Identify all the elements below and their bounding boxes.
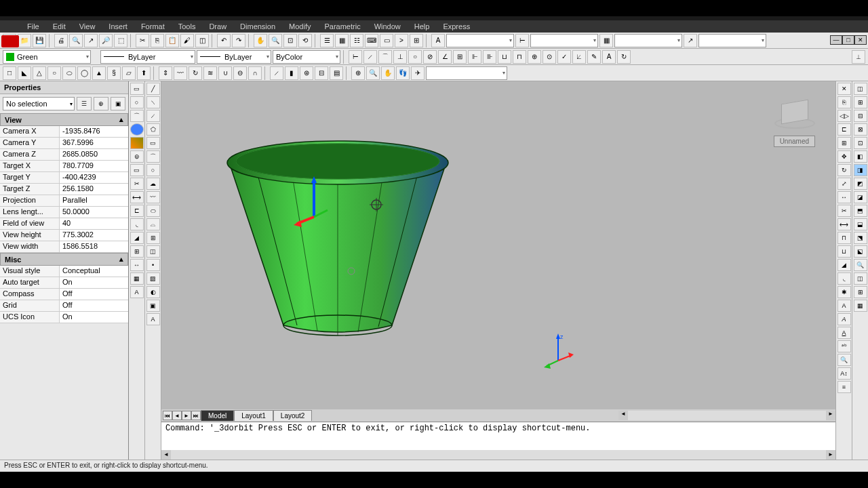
block-button[interactable]: ◫	[195, 34, 209, 47]
solid-edit12[interactable]: ⬔	[854, 232, 867, 244]
prop-row[interactable]: GridOff	[0, 300, 128, 312]
print-button[interactable]: 🖨	[54, 34, 68, 47]
slice-button[interactable]: ⟋	[270, 66, 283, 80]
misc-section-header[interactable]: Misc▴	[0, 253, 128, 266]
dim-space-button[interactable]: ⊔	[498, 50, 511, 64]
menu-tools[interactable]: Tools	[172, 21, 203, 32]
text-tool[interactable]: A	[130, 286, 144, 298]
walk-button[interactable]: 👣	[396, 66, 410, 80]
minimize-button[interactable]: —	[830, 35, 842, 45]
menu-view[interactable]: View	[73, 21, 102, 32]
menu-express[interactable]: Express	[436, 21, 477, 32]
mtext-a-tool[interactable]: A	[837, 300, 851, 312]
prop-row[interactable]: ProjectionParallel	[0, 195, 128, 207]
ellipse-arc-tool[interactable]: ⌓	[146, 218, 160, 230]
join-tool[interactable]: ⊔	[837, 245, 851, 258]
stretch2-tool[interactable]: ↔	[837, 191, 851, 203]
menu-edit[interactable]: Edit	[46, 21, 73, 32]
dim-baseline-button[interactable]: ⊩	[468, 50, 481, 64]
prop-row[interactable]: Lens lengt...50.0000	[0, 207, 128, 218]
tab-last-button[interactable]: ⏭	[191, 411, 201, 420]
ellipse-tool[interactable]: ⬭	[146, 205, 160, 217]
dim-aligned-button[interactable]: ⟋	[363, 50, 377, 64]
wedge-button[interactable]: ◣	[18, 66, 31, 80]
dim-break-button[interactable]: ⊓	[513, 50, 526, 64]
dim-style-button[interactable]: ⊢	[515, 34, 529, 47]
tab-layout1[interactable]: Layout1	[234, 410, 273, 421]
rect-tool[interactable]: ▭	[146, 137, 160, 149]
undo-button[interactable]: ↶	[217, 34, 231, 47]
solid-edit6[interactable]: ◧	[854, 150, 867, 163]
gradient-tool[interactable]: ◐	[146, 286, 160, 298]
cylinder-button[interactable]: ⬭	[62, 66, 76, 80]
orbit-button[interactable]: ⊕	[351, 66, 365, 80]
save-button[interactable]: 💾	[33, 34, 46, 47]
solid-edit13[interactable]: ⬕	[854, 245, 867, 258]
prop-row[interactable]: Camera Z2685.0850	[0, 149, 128, 161]
clean-button[interactable]: ⊞	[410, 34, 423, 47]
array2-tool[interactable]: ⊞	[837, 137, 851, 149]
subtract-button[interactable]: ⊖	[233, 66, 247, 80]
solid-edit11[interactable]: ⬓	[854, 218, 867, 230]
dim-radius-button[interactable]: ○	[408, 50, 422, 64]
dim-diameter-button[interactable]: ⊘	[423, 50, 437, 64]
fillet-tool[interactable]: ◟	[130, 218, 144, 230]
prop-value[interactable]: Conceptual	[60, 266, 128, 277]
prop-row[interactable]: Auto targetOn	[0, 277, 128, 289]
prop-row[interactable]: Target Z256.1580	[0, 184, 128, 195]
menu-file[interactable]: File	[20, 21, 46, 32]
menu-format[interactable]: Format	[134, 21, 172, 32]
zoom-button[interactable]: 🔍	[269, 34, 282, 47]
line-tool[interactable]: ╱	[146, 83, 160, 95]
match-button[interactable]: 🖌	[180, 34, 194, 47]
close-button[interactable]: ✕	[854, 35, 867, 45]
layer-combo[interactable]: Green	[3, 50, 91, 64]
sphere3d-tool[interactable]	[130, 123, 144, 136]
prop-row[interactable]: Target Y-400.4239	[0, 172, 128, 184]
select-button[interactable]: ⬚	[114, 34, 127, 47]
chamfer-tool[interactable]: ◢	[130, 232, 144, 244]
menu-insert[interactable]: Insert	[102, 21, 134, 32]
scale-tool[interactable]: ⤢	[837, 178, 851, 190]
prop-row[interactable]: Camera Y367.5996	[0, 138, 128, 149]
cut-button[interactable]: ✂	[136, 34, 149, 47]
prop-value[interactable]: -400.4239	[60, 172, 128, 183]
material-tool[interactable]	[130, 137, 144, 149]
rotate-tool[interactable]: ↻	[837, 164, 851, 176]
tab-nav[interactable]: ⏮ ◄ ► ⏭	[163, 411, 201, 420]
prop-value[interactable]: On	[60, 312, 128, 323]
helix-button[interactable]: §	[107, 66, 121, 80]
prop-value[interactable]: 2685.0850	[60, 149, 128, 160]
mtext-ai-tool[interactable]: A	[837, 313, 851, 325]
prop-value[interactable]: Off	[60, 300, 128, 311]
table-tool[interactable]: ▦	[130, 272, 144, 285]
menu-parametric[interactable]: Parametric	[317, 21, 367, 32]
section-button[interactable]: ⊟	[315, 66, 328, 80]
pyramid-button[interactable]: ▲	[92, 66, 106, 80]
prop-value[interactable]: 775.3002	[60, 230, 128, 241]
view-combo[interactable]	[426, 66, 507, 80]
extend-tool[interactable]: ⟷	[130, 191, 144, 203]
solid-edit7[interactable]: ◨	[854, 164, 867, 176]
union-button[interactable]: ∪	[218, 66, 232, 80]
hscroll[interactable]: ◄ ►	[618, 411, 835, 420]
command-line[interactable]: Command: '_3dorbit Press ESC or ENTER to…	[161, 422, 835, 450]
prop-value[interactable]: 1586.5518	[60, 241, 128, 252]
presspull-button[interactable]: ⇕	[159, 66, 172, 80]
fillet2-tool[interactable]: ◟	[837, 272, 851, 285]
dim-style-combo[interactable]	[530, 34, 598, 47]
open-button[interactable]: 📁	[18, 34, 31, 47]
view-section-header[interactable]: View▴	[0, 113, 128, 126]
hatch-tool[interactable]: ▨	[146, 272, 160, 285]
justify-tool[interactable]: ≡	[837, 381, 851, 393]
thicken-button[interactable]: ▮	[285, 66, 298, 80]
prop-row[interactable]: UCS IconOn	[0, 312, 128, 323]
prop-value[interactable]: 40	[60, 218, 128, 229]
prop-value[interactable]: 367.5996	[60, 138, 128, 148]
viewcube[interactable]	[774, 102, 815, 136]
erase-tool[interactable]: ✕	[837, 83, 851, 95]
mleader-style-combo[interactable]	[698, 34, 766, 47]
chamfer2-tool[interactable]: ◢	[837, 259, 851, 271]
imprint-button[interactable]: ⊛	[300, 66, 313, 80]
selection-combo[interactable]: No selection	[3, 97, 75, 110]
